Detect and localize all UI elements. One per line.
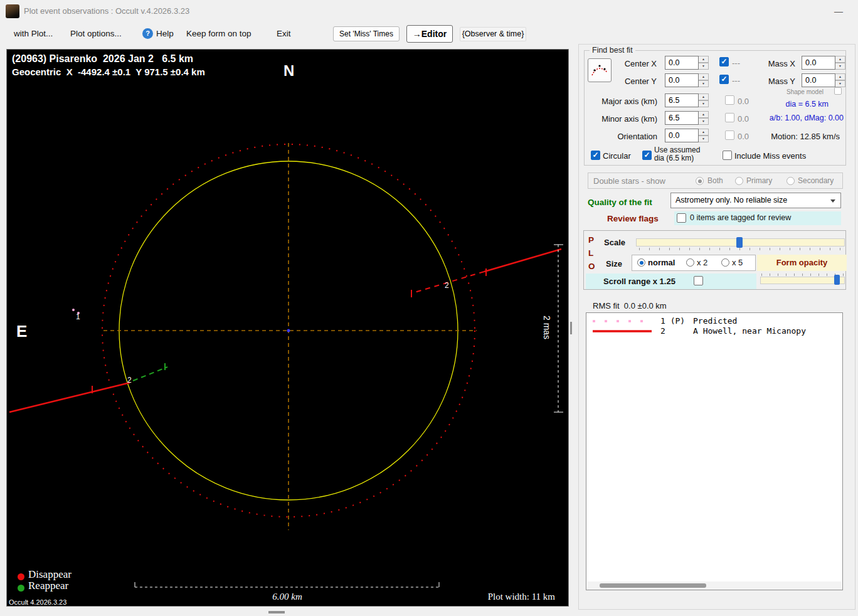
east-label: E xyxy=(16,322,27,341)
spin-down-icon[interactable]: ▼ xyxy=(699,100,709,107)
shape-model-checkbox[interactable] xyxy=(834,87,842,95)
orientation-value[interactable]: 0.0 xyxy=(665,129,699,142)
minor-axis-value[interactable]: 6.5 xyxy=(665,111,699,125)
opacity-slider-ticks xyxy=(761,273,844,276)
minimize-button[interactable]: — xyxy=(827,4,850,19)
chevron-down-icon xyxy=(830,199,835,203)
circular-checkbox[interactable] xyxy=(591,151,600,160)
orientation-sigma: 0.0 xyxy=(738,132,749,141)
size-x2-radio[interactable] xyxy=(686,258,694,267)
spin-up-icon[interactable]: ▲ xyxy=(699,111,709,118)
use-assumed-dia-checkbox[interactable] xyxy=(642,151,652,160)
editor-button[interactable]: →Editor xyxy=(406,25,453,43)
disappear-dot-icon xyxy=(18,573,24,580)
spin-down-icon[interactable]: ▼ xyxy=(699,63,709,70)
scale-slider-thumb[interactable] xyxy=(736,237,743,248)
major-axis-value[interactable]: 6.5 xyxy=(665,93,699,107)
chord-2-upper-solid[interactable] xyxy=(484,249,561,272)
center-x-fit-checkbox[interactable] xyxy=(719,57,729,66)
chord-2-lower-solid[interactable] xyxy=(9,383,130,412)
legend-reappear: Reappear xyxy=(28,580,68,592)
shape-model-label: Shape model xyxy=(786,88,824,95)
km-scale-label: 6.00 km xyxy=(243,592,331,602)
mass-y-value[interactable]: 0.0 xyxy=(802,73,835,87)
rms-fit-label: RMS fit 0.0 ±0.0 km xyxy=(593,301,667,311)
center-y-fit-checkbox[interactable] xyxy=(719,75,729,84)
include-miss-checkbox[interactable] xyxy=(723,151,732,160)
menu-help[interactable]: Help xyxy=(156,29,174,38)
mass-x-spinner[interactable]: 0.0 ▲▼ xyxy=(802,56,845,70)
opacity-slider-track[interactable] xyxy=(760,277,845,284)
chord-2-lower-dashed-green[interactable] xyxy=(133,367,167,381)
orientation-fit-checkbox[interactable] xyxy=(725,130,734,140)
minor-axis-sigma: 0.0 xyxy=(738,114,749,124)
size-normal-radio[interactable] xyxy=(637,258,645,267)
double-stars-both-label: Both xyxy=(707,176,723,185)
menu-plot-options[interactable]: Plot options... xyxy=(70,29,122,38)
menu-with-plot[interactable]: with Plot... xyxy=(14,29,53,38)
plot-panel-splitter[interactable] xyxy=(570,322,572,334)
major-axis-fit-checkbox[interactable] xyxy=(725,95,734,105)
spin-down-icon[interactable]: ▼ xyxy=(699,118,709,125)
quality-of-fit-dropdown[interactable]: Astrometry only. No reliable size xyxy=(670,193,841,208)
predicted-path-dot xyxy=(72,309,75,311)
center-y-sigma: --- xyxy=(732,76,740,85)
review-flags-checkbox[interactable] xyxy=(677,213,686,223)
double-stars-title: Double stars - show xyxy=(593,176,665,186)
form-opacity-button[interactable]: Form opacity xyxy=(757,255,847,271)
center-y-label: Center Y xyxy=(608,77,657,86)
include-miss-label: Include Miss events xyxy=(734,151,806,161)
size-label: Size xyxy=(606,259,622,268)
size-x5-radio[interactable] xyxy=(721,258,729,267)
version-label: Occult 4.2026.3.23 xyxy=(9,598,66,606)
center-x-value[interactable]: 0.0 xyxy=(665,56,699,70)
scroll-range-checkbox[interactable] xyxy=(694,276,703,285)
review-flags-text: 0 items are tagged for review xyxy=(690,213,791,222)
orientation-spinner[interactable]: 0.0 ▲▼ xyxy=(665,129,709,142)
menu-keep-on-top[interactable]: Keep form on top xyxy=(186,29,252,38)
center-y-value[interactable]: 0.0 xyxy=(665,73,699,87)
use-assumed-dia-label: Use assumed dia (6.5 km) xyxy=(654,146,709,162)
opacity-slider-thumb[interactable] xyxy=(834,275,840,285)
station-2-label-lower: 2 xyxy=(127,376,132,385)
center-y-spinner[interactable]: 0.0 ▲▼ xyxy=(665,73,709,87)
spin-down-icon[interactable]: ▼ xyxy=(699,80,709,87)
double-stars-secondary-radio[interactable] xyxy=(786,177,795,185)
station-2-label-upper: 2 xyxy=(445,281,449,290)
minor-axis-fit-checkbox[interactable] xyxy=(725,113,734,122)
scale-label: Scale xyxy=(604,238,625,247)
spin-up-icon[interactable]: ▲ xyxy=(699,73,709,80)
find-best-fit-group: Find best fit Center X 0.0 ▲▼ --- Mass X… xyxy=(584,50,846,166)
spin-down-icon[interactable]: ▼ xyxy=(699,135,709,142)
occultation-plot[interactable]: (20963) Pisarenko 2026 Jan 2 6.5 km Geoc… xyxy=(6,49,569,607)
minor-axis-spinner[interactable]: 6.5 ▲▼ xyxy=(665,111,709,125)
station-listbox[interactable]: 1 (P) Predicted 2 A Howell, near Micanop… xyxy=(586,312,843,590)
spin-down-icon[interactable]: ▼ xyxy=(835,63,845,70)
list-horizontal-scrollbar[interactable] xyxy=(587,581,842,590)
orientation-label: Orientation xyxy=(590,132,657,141)
major-axis-spinner[interactable]: 6.5 ▲▼ xyxy=(665,93,709,107)
help-icon[interactable]: ? xyxy=(142,28,153,39)
spin-up-icon[interactable]: ▲ xyxy=(835,73,845,80)
spin-down-icon[interactable]: ▼ xyxy=(835,80,845,87)
observed-line-sample xyxy=(590,329,654,334)
mass-y-spinner[interactable]: 0.0 ▲▼ xyxy=(802,73,845,87)
review-flags-box: 0 items are tagged for review xyxy=(674,211,841,225)
plot-width-label: Plot width: 11 km xyxy=(453,592,555,602)
observer-time-button[interactable]: {Observer & time} xyxy=(460,27,526,41)
list-scrollbar-thumb[interactable] xyxy=(600,583,706,588)
double-stars-primary-radio[interactable] xyxy=(735,177,743,185)
horizontal-scrollbar-thumb[interactable] xyxy=(268,611,285,613)
set-miss-times-button[interactable]: Set 'Miss' Times xyxy=(333,26,400,41)
legend-disappear: Disappear xyxy=(28,568,72,581)
size-option-box: normal x 2 x 5 xyxy=(632,255,756,271)
double-stars-both-radio[interactable] xyxy=(696,177,704,185)
spin-up-icon[interactable]: ▲ xyxy=(835,56,845,63)
spin-up-icon[interactable]: ▲ xyxy=(699,93,709,100)
mass-x-value[interactable]: 0.0 xyxy=(802,56,835,70)
center-x-spinner[interactable]: 0.0 ▲▼ xyxy=(665,56,709,70)
menu-exit[interactable]: Exit xyxy=(277,29,291,38)
spin-up-icon[interactable]: ▲ xyxy=(699,129,709,135)
spin-up-icon[interactable]: ▲ xyxy=(699,56,709,63)
form-opacity-label: Form opacity xyxy=(776,258,828,267)
